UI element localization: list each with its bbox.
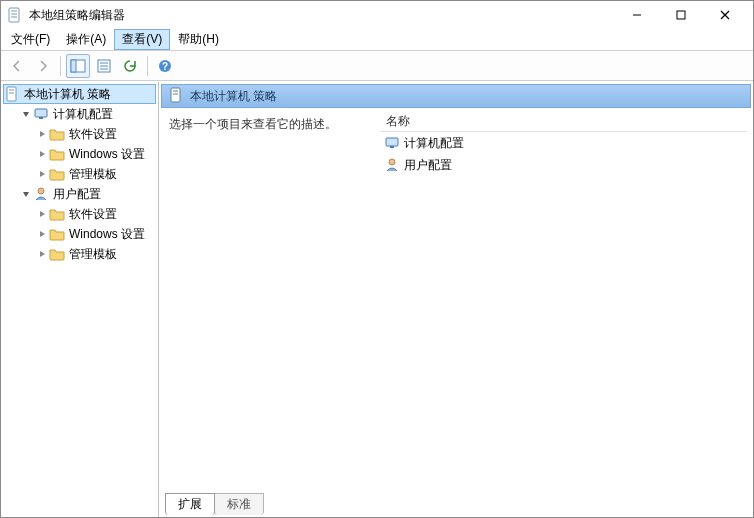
svg-rect-20 (39, 117, 43, 119)
gpedit-window: 本地组策略编辑器 文件(F) 操作(A) 查看(V) 帮助(H) (0, 0, 754, 518)
computer-icon (384, 135, 400, 151)
description-prompt: 选择一个项目来查看它的描述。 (169, 117, 337, 131)
folder-icon (49, 226, 65, 242)
svg-rect-19 (35, 109, 47, 117)
toolbar: ? (1, 51, 753, 81)
content-pane: 本地计算机 策略 选择一个项目来查看它的描述。 名称 计算机配置 (159, 82, 753, 517)
svg-rect-22 (171, 88, 180, 102)
back-button (5, 54, 29, 78)
svg-rect-16 (7, 87, 16, 101)
folder-icon (49, 126, 65, 142)
maximize-button[interactable] (659, 1, 703, 29)
tab-standard[interactable]: 标准 (214, 493, 264, 515)
description-column: 选择一个项目来查看它的描述。 (161, 112, 376, 491)
svg-point-21 (38, 188, 44, 194)
window-title: 本地组策略编辑器 (29, 7, 125, 24)
properties-button[interactable] (92, 54, 116, 78)
tree-item-label: Windows 设置 (69, 146, 145, 163)
svg-point-27 (389, 159, 395, 165)
tree-item-label: 本地计算机 策略 (24, 86, 111, 103)
menu-view[interactable]: 查看(V) (114, 29, 170, 50)
list-item-label: 用户配置 (404, 157, 452, 174)
tree-computer-children: 软件设置 Windows 设置 (17, 124, 158, 184)
refresh-button[interactable] (118, 54, 142, 78)
tree-item-label: 软件设置 (69, 206, 117, 223)
show-tree-button[interactable] (66, 54, 90, 78)
tree-pane[interactable]: 本地计算机 策略 计算机配置 (1, 82, 159, 517)
folder-icon (49, 166, 65, 182)
menubar: 文件(F) 操作(A) 查看(V) 帮助(H) (1, 29, 753, 51)
tree-root-children: 计算机配置 软件设置 (1, 104, 158, 264)
list-column: 名称 计算机配置 用户配置 (376, 112, 751, 491)
expand-icon[interactable] (35, 149, 49, 159)
tree-computer-node: 计算机配置 软件设置 (17, 104, 158, 184)
column-name: 名称 (380, 113, 416, 130)
tree-item-label: 软件设置 (69, 126, 117, 143)
close-button[interactable] (703, 1, 747, 29)
tree-item-label: 用户配置 (53, 186, 101, 203)
folder-icon (49, 206, 65, 222)
tree-item-user-windows[interactable]: Windows 设置 (33, 224, 158, 244)
window-controls (615, 1, 747, 29)
expand-icon[interactable] (35, 169, 49, 179)
minimize-button[interactable] (615, 1, 659, 29)
svg-rect-5 (677, 11, 685, 19)
svg-rect-0 (9, 8, 19, 22)
policy-icon (4, 86, 20, 102)
collapse-icon[interactable] (19, 189, 33, 199)
list-item-label: 计算机配置 (404, 135, 464, 152)
expand-icon[interactable] (35, 209, 49, 219)
tree-item-label: 管理模板 (69, 166, 117, 183)
expand-icon[interactable] (35, 229, 49, 239)
tree-user-node: 用户配置 软件设置 (17, 184, 158, 264)
app-icon (7, 7, 23, 23)
folder-icon (49, 246, 65, 262)
toolbar-separator (147, 56, 148, 76)
collapse-icon[interactable] (19, 109, 33, 119)
content-body: 选择一个项目来查看它的描述。 名称 计算机配置 (161, 112, 751, 491)
list-header[interactable]: 名称 (380, 112, 747, 132)
computer-icon (33, 106, 49, 122)
titlebar: 本地组策略编辑器 (1, 1, 753, 29)
tree-root-node: 本地计算机 策略 计算机配置 (1, 84, 158, 264)
expand-icon[interactable] (35, 129, 49, 139)
expand-icon[interactable] (35, 249, 49, 259)
content-header: 本地计算机 策略 (161, 84, 751, 108)
folder-icon (49, 146, 65, 162)
tree-item-user-admin[interactable]: 管理模板 (33, 244, 158, 264)
menu-action[interactable]: 操作(A) (58, 29, 114, 50)
list-item-computer[interactable]: 计算机配置 (380, 132, 747, 154)
toolbar-separator (60, 56, 61, 76)
main-area: 本地计算机 策略 计算机配置 (1, 81, 753, 517)
help-button[interactable]: ? (153, 54, 177, 78)
user-icon (384, 157, 400, 173)
svg-rect-9 (71, 60, 76, 72)
user-icon (33, 186, 49, 202)
tree-item-user-software[interactable]: 软件设置 (33, 204, 158, 224)
tree-item-root[interactable]: 本地计算机 策略 (3, 84, 156, 104)
tab-extended[interactable]: 扩展 (165, 493, 215, 515)
tree-item-label: Windows 设置 (69, 226, 145, 243)
tree-item-computer-software[interactable]: 软件设置 (33, 124, 158, 144)
tree-item-user[interactable]: 用户配置 (17, 184, 158, 204)
tree-item-label: 计算机配置 (53, 106, 113, 123)
tree-item-computer-windows[interactable]: Windows 设置 (33, 144, 158, 164)
list-item-user[interactable]: 用户配置 (380, 154, 747, 176)
content-header-title: 本地计算机 策略 (190, 88, 277, 105)
svg-text:?: ? (162, 61, 168, 72)
tree-user-children: 软件设置 Windows 设置 (17, 204, 158, 264)
svg-rect-26 (390, 146, 394, 148)
tree-item-computer-admin[interactable]: 管理模板 (33, 164, 158, 184)
tree-item-computer[interactable]: 计算机配置 (17, 104, 158, 124)
policy-icon (168, 87, 184, 106)
menu-help[interactable]: 帮助(H) (170, 29, 227, 50)
menu-file[interactable]: 文件(F) (3, 29, 58, 50)
forward-button (31, 54, 55, 78)
content-tabs: 扩展 标准 (161, 493, 751, 515)
titlebar-left: 本地组策略编辑器 (7, 7, 125, 24)
svg-rect-25 (386, 138, 398, 146)
tree-item-label: 管理模板 (69, 246, 117, 263)
